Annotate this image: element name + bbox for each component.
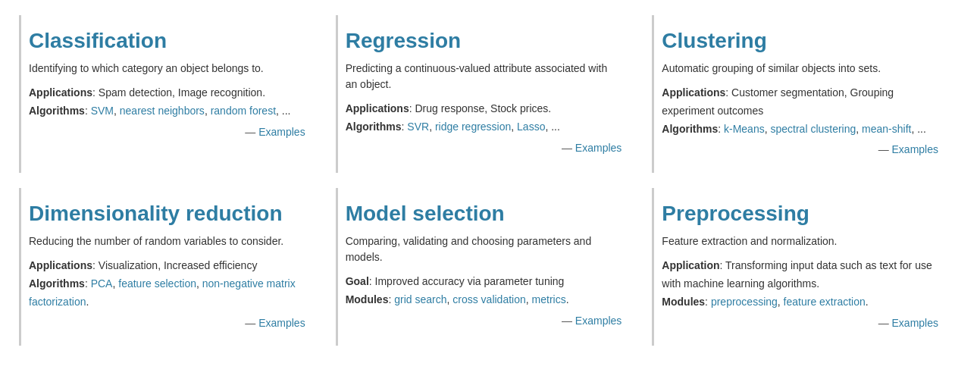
modules-line: Modules: grid search, cross validation, …	[346, 291, 622, 309]
card-classification: Classification Identifying to which cate…	[19, 15, 321, 173]
algo-link-svr[interactable]: SVR	[407, 121, 429, 133]
examples-line-dim-reduction: — Examples	[29, 315, 305, 333]
modules-label: Modules	[346, 293, 389, 305]
card-desc-clustering: Automatic grouping of similar objects in…	[662, 61, 938, 77]
goal-text: : Improved accuracy via parameter tuning	[369, 275, 565, 287]
examples-prefix: —	[878, 317, 892, 329]
card-desc-model-selection: Comparing, validating and choosing param…	[346, 233, 622, 265]
card-title-dim-reduction: Dimensionality reduction	[29, 202, 305, 226]
algo-suffix: , ...	[911, 123, 925, 135]
examples-line-classification: — Examples	[29, 124, 305, 142]
card-title-regression: Regression	[346, 29, 622, 53]
examples-prefix: —	[562, 315, 575, 327]
algo-suffix: , ...	[276, 105, 290, 117]
algo-link-svm[interactable]: SVM	[91, 105, 114, 117]
card-body-classification: Applications: Spam detection, Image reco…	[29, 84, 305, 141]
card-preprocessing: Preprocessing Feature extraction and nor…	[652, 188, 953, 346]
modules-line: Modules: preprocessing, feature extracti…	[662, 293, 938, 312]
examples-line-clustering: — Examples	[662, 141, 938, 159]
algorithms-line: Algorithms: k-Means, spectral clustering…	[662, 121, 938, 139]
mod-link-gridsearch[interactable]: grid search	[394, 293, 446, 305]
examples-link-clustering[interactable]: Examples	[892, 143, 938, 155]
examples-line-regression: — Examples	[346, 139, 622, 158]
algo-link-feat-sel[interactable]: feature selection	[118, 277, 196, 290]
card-title-clustering: Clustering	[662, 29, 938, 53]
application-line: Application: Transforming input data suc…	[662, 257, 938, 293]
algo-suffix: .	[86, 296, 89, 308]
applications-text: : Visualization, Increased efficiency	[92, 259, 257, 271]
applications-label: Applications	[346, 102, 409, 114]
examples-link-regression[interactable]: Examples	[575, 142, 622, 154]
algo-link-ridge[interactable]: ridge regression	[435, 121, 511, 133]
examples-prefix: —	[245, 317, 258, 329]
examples-line-model-selection: — Examples	[346, 312, 622, 330]
algorithms-line: Algorithms: PCA, feature selection, non-…	[29, 275, 305, 312]
algo-link-kmeans[interactable]: k-Means	[724, 123, 765, 135]
algo-link-meanshift[interactable]: mean-shift	[862, 123, 911, 135]
applications-label: Applications	[29, 259, 92, 271]
algo-link-lasso[interactable]: Lasso	[517, 121, 545, 133]
card-desc-classification: Identifying to which category an object …	[29, 61, 305, 77]
card-regression: Regression Predicting a continuous-value…	[336, 15, 637, 173]
mod-link-feat-ext[interactable]: feature extraction	[784, 296, 866, 308]
examples-link-dim-reduction[interactable]: Examples	[258, 317, 305, 329]
algorithms-label: Algorithms	[346, 121, 402, 133]
applications-line: Applications: Drug response, Stock price…	[346, 100, 622, 118]
examples-link-preprocessing[interactable]: Examples	[892, 317, 938, 329]
card-desc-dim-reduction: Reducing the number of random variables …	[29, 233, 305, 249]
algorithms-label: Algorithms	[29, 105, 85, 117]
algo-suffix: , ...	[545, 121, 559, 133]
modules-label: Modules	[662, 296, 705, 308]
card-body-dim-reduction: Applications: Visualization, Increased e…	[29, 257, 305, 332]
mod-suffix: .	[866, 296, 869, 308]
mod-link-metrics[interactable]: metrics	[532, 293, 566, 305]
examples-link-model-selection[interactable]: Examples	[575, 315, 622, 327]
goal-line: Goal: Improved accuracy via parameter tu…	[346, 273, 622, 291]
card-title-classification: Classification	[29, 29, 305, 53]
mod-link-preprocessing[interactable]: preprocessing	[711, 296, 778, 308]
card-desc-regression: Predicting a continuous-valued attribute…	[346, 61, 622, 92]
card-body-preprocessing: Application: Transforming input data suc…	[662, 257, 938, 332]
algo-link-rf[interactable]: random forest	[211, 105, 276, 117]
card-body-model-selection: Goal: Improved accuracy via parameter tu…	[346, 273, 622, 330]
algo-link-spectral[interactable]: spectral clustering	[770, 123, 856, 135]
algo-link-nn[interactable]: nearest neighbors	[120, 105, 205, 117]
applications-label: Applications	[29, 86, 92, 99]
applications-text: : Drug response, Stock prices.	[409, 102, 552, 114]
applications-line: Applications: Spam detection, Image reco…	[29, 84, 305, 102]
algorithms-line: Algorithms: SVM, nearest neighbors, rand…	[29, 102, 305, 121]
examples-prefix: —	[562, 142, 575, 154]
mod-suffix: .	[566, 293, 569, 305]
examples-prefix: —	[245, 126, 258, 138]
card-desc-preprocessing: Feature extraction and normalization.	[662, 233, 938, 249]
goal-label: Goal	[346, 275, 369, 287]
card-title-model-selection: Model selection	[346, 202, 622, 226]
card-model-selection: Model selection Comparing, validating an…	[336, 188, 637, 346]
algorithms-label: Algorithms	[662, 123, 718, 135]
application-label: Application	[662, 259, 719, 271]
applications-label: Applications	[662, 86, 725, 99]
main-grid: Classification Identifying to which cate…	[15, 8, 965, 353]
applications-line: Applications: Visualization, Increased e…	[29, 257, 305, 275]
applications-line: Applications: Customer segmentation, Gro…	[662, 84, 938, 121]
applications-text: : Spam detection, Image recognition.	[92, 86, 265, 99]
card-dim-reduction: Dimensionality reduction Reducing the nu…	[19, 188, 321, 346]
examples-link-classification[interactable]: Examples	[258, 126, 305, 138]
card-body-regression: Applications: Drug response, Stock price…	[346, 100, 622, 157]
card-title-preprocessing: Preprocessing	[662, 202, 938, 226]
algorithms-line: Algorithms: SVR, ridge regression, Lasso…	[346, 118, 622, 136]
card-body-clustering: Applications: Customer segmentation, Gro…	[662, 84, 938, 159]
examples-prefix: —	[878, 143, 892, 155]
algo-link-pca[interactable]: PCA	[91, 277, 113, 290]
examples-line-preprocessing: — Examples	[662, 315, 938, 333]
mod-link-crossval[interactable]: cross validation	[452, 293, 526, 305]
card-clustering: Clustering Automatic grouping of similar…	[652, 15, 953, 173]
algorithms-label: Algorithms	[29, 277, 85, 290]
